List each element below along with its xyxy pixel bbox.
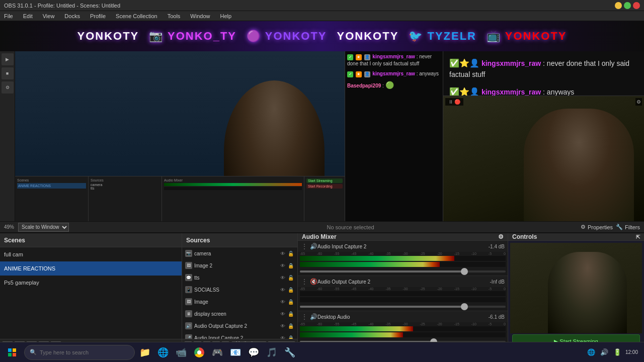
taskbar-system-tray: 🌐 🔊 🔋 12:00	[586, 347, 642, 357]
scenes-panel: Scenes full cam ANIME REACTIONS Ps5 game…	[0, 233, 182, 353]
audio-menu-output2[interactable]: ⋮	[301, 278, 308, 286]
source-lock-audio-in[interactable]: 🔒	[287, 334, 294, 339]
source-socialss[interactable]: 📱 SOCIALSS 👁 🔒	[182, 284, 297, 296]
sidebar-stream-btn[interactable]: ▶	[2, 53, 14, 65]
audio-menu-input2[interactable]: ⋮	[301, 242, 308, 250]
taskbar-app-1[interactable]: 🎮	[209, 344, 225, 360]
source-image[interactable]: 🖼 Image 👁 🔒	[182, 296, 297, 308]
close-button[interactable]	[633, 2, 640, 9]
scene-ps5-gameplay[interactable]: Ps5 gameplay	[0, 276, 182, 290]
audio-volume-output2[interactable]	[298, 303, 508, 311]
audio-track-desktop: ⋮ 🔊 Desktop Audio -6.1 dB -65-60-55-45-4…	[298, 311, 508, 346]
taskbar-app-4[interactable]: 🎵	[264, 344, 280, 360]
banner-instagram: 📷 YONKO_TY	[149, 30, 236, 43]
audio-menu-desktop[interactable]: ⋮	[301, 313, 308, 321]
menu-tools[interactable]: Tools	[166, 13, 183, 19]
search-input[interactable]	[40, 349, 120, 355]
menu-help[interactable]: Help	[218, 13, 233, 19]
chat-message-2: ✓ ★ 👤 kingsxmmjrs_raw : anyways	[347, 70, 441, 77]
source-lock-socialss[interactable]: 🔒	[287, 286, 294, 293]
properties-button[interactable]: ⚙ Properties	[581, 224, 613, 230]
scene-full-cam[interactable]: full cam	[0, 247, 182, 261]
taskbar-obs[interactable]: 📹	[173, 344, 189, 360]
menu-file[interactable]: File	[2, 13, 15, 19]
source-icon-display: 🖥	[185, 310, 192, 317]
sidebar-settings-btn[interactable]: ⚙	[2, 81, 14, 94]
source-eye-socialss[interactable]: 👁	[279, 286, 286, 293]
network-tray-icon[interactable]: 🌐	[586, 347, 596, 357]
battery-tray-icon[interactable]: 🔋	[612, 347, 622, 357]
taskbar-app-3[interactable]: 💬	[246, 344, 262, 360]
audio-db-desktop: -6.1 dB	[479, 314, 505, 320]
audio-name-desktop: Desktop Audio	[317, 314, 479, 320]
big-chat-1: ✅⭐👤 kingsxmmjrs_raw : never done that I …	[449, 57, 638, 80]
source-camera[interactable]: 📷 camera 👁 🔓	[182, 247, 297, 259]
source-audio-output-2[interactable]: 🔊 Audio Output Capture 2 👁 🔒	[182, 320, 297, 332]
sources-list: 📷 camera 👁 🔓 🖼 Image 2 👁 🔒 💬 tts	[182, 247, 297, 339]
menu-profile[interactable]: Profile	[88, 13, 108, 19]
audio-fill-desktop	[300, 326, 413, 331]
scenes-header: Scenes	[0, 233, 182, 247]
source-tts[interactable]: 💬 tts 👁 🔓	[182, 272, 297, 284]
menu-docks[interactable]: Docks	[62, 13, 82, 19]
source-lock-display[interactable]: 🔒	[287, 310, 294, 317]
audio-mute-desktop[interactable]: 🔊	[310, 313, 317, 320]
taskbar-browser-1[interactable]: 🌐	[155, 344, 171, 360]
source-eye-display[interactable]: 👁	[279, 310, 286, 317]
badge-user-1: 👤	[364, 54, 370, 60]
controls-expand[interactable]: ⇱	[636, 234, 640, 240]
taskbar-app-2[interactable]: 📧	[227, 344, 244, 360]
source-lock-camera[interactable]: 🔓	[287, 250, 294, 257]
banner-twitch: 🟣 YONKOTY	[247, 30, 327, 43]
audio-mute-input2[interactable]: 🔊	[310, 243, 317, 250]
source-image2[interactable]: 🖼 Image 2 👁 🔒	[182, 259, 297, 272]
search-icon: 🔍	[30, 349, 37, 355]
filters-button[interactable]: 🔧 Filters	[616, 224, 640, 230]
menu-edit[interactable]: Edit	[21, 13, 35, 19]
source-eye-audio-out[interactable]: 👁	[279, 322, 286, 329]
source-eye-audio-in[interactable]: 👁	[279, 334, 286, 339]
chat-text-3: : 🟢	[382, 83, 394, 88]
source-eye-camera[interactable]: 👁	[279, 250, 286, 257]
bottom-panels: Scenes full cam ANIME REACTIONS Ps5 game…	[0, 232, 644, 353]
menu-view[interactable]: View	[41, 13, 57, 19]
audio-settings-icon[interactable]: ⚙	[498, 233, 504, 240]
controls-panel: Controls ⇱ ▶ Start Streaming ⏺ Start Rec…	[508, 233, 644, 353]
menu-window[interactable]: Window	[188, 13, 212, 19]
audio-volume-input2[interactable]	[298, 267, 508, 276]
taskbar-chrome[interactable]	[191, 344, 207, 360]
menu-scene-collection[interactable]: Scene Collection	[114, 13, 159, 19]
taskbar-file-explorer[interactable]: 📁	[137, 344, 153, 360]
sidebar-stop-btn[interactable]: ■	[2, 67, 14, 79]
scenes-list: full cam ANIME REACTIONS Ps5 gameplay	[0, 247, 182, 339]
taskbar-search[interactable]: 🔍	[24, 345, 135, 360]
audio-mute-output2[interactable]: 🔇	[310, 278, 317, 285]
audio-track-output2: ⋮ 🔇 Audio Output Capture 2 -Inf dB -65-6…	[298, 276, 508, 311]
scene-anime-reactions[interactable]: ANIME REACTIONS	[0, 261, 182, 276]
source-eye-image[interactable]: 👁	[279, 298, 286, 305]
maximize-button[interactable]	[624, 2, 631, 9]
chat-message-1: ✓ ★ 👤 kingsxmmjrs_raw : never done that …	[347, 53, 441, 67]
audio-ticks-input2: -65-60-55-45-40-35-30-25-20-15-10-50	[298, 252, 508, 255]
right-panel: ✅⭐👤 kingsxmmjrs_raw : never done that I …	[443, 51, 644, 221]
minimize-button[interactable]	[615, 2, 622, 9]
source-icon-image: 🖼	[185, 298, 192, 305]
source-eye-tts[interactable]: 👁	[279, 274, 286, 281]
source-lock-audio-out[interactable]: 🔒	[287, 322, 294, 329]
volume-tray-icon[interactable]: 🔊	[599, 347, 609, 357]
menubar: File Edit View Docks Profile Scene Colle…	[0, 11, 644, 21]
clock: 12:00	[625, 349, 638, 355]
source-lock-tts[interactable]: 🔓	[287, 274, 294, 281]
source-eye-image2[interactable]: 👁	[279, 262, 286, 269]
controls-header: Controls ⇱	[508, 233, 644, 241]
source-lock-image[interactable]: 🔒	[287, 298, 294, 305]
source-lock-image2[interactable]: 🔒	[287, 262, 294, 269]
badge-star-2: ★	[356, 71, 362, 77]
audio-db-output2: -Inf dB	[479, 279, 505, 285]
start-button[interactable]	[2, 342, 22, 363]
scale-select[interactable]: Scale to Window 25% 50% 75% 100%	[18, 223, 69, 232]
source-audio-input-2[interactable]: 🎤 Audio Input Capture 2 👁 🔒	[182, 332, 297, 339]
taskbar-app-5[interactable]: 🔧	[282, 344, 298, 360]
right-panel-settings[interactable]: ⚙	[635, 98, 642, 106]
source-display-screen[interactable]: 🖥 display screen 👁 🔒	[182, 308, 297, 320]
